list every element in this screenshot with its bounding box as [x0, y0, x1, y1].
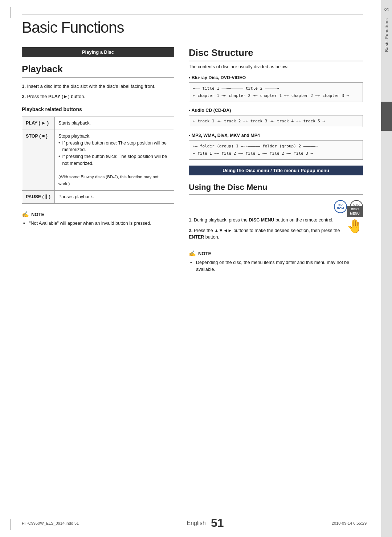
disc-menu-note-section: ✍ NOTE Depending on the disc, the menu i…: [189, 250, 363, 273]
page-number: 51: [211, 516, 224, 530]
playing-disc-header: Playing a Disc: [22, 47, 174, 57]
note-label-2: NOTE: [198, 251, 211, 256]
btn-play-desc: Starts playback.: [55, 117, 174, 130]
disc-menu-step-2: 2. Press the ▲▼◄► buttons to make the de…: [189, 227, 343, 241]
btn-stop-name: STOP ( ■ ): [22, 130, 55, 190]
left-column: Playing a Disc Playback 1. Insert a disc…: [22, 47, 174, 273]
disc-menu-header: Using the Disc menu / Title menu / Popup…: [189, 166, 363, 175]
footer-date-info: 2010-09-14 6:55:29: [332, 521, 367, 525]
side-tab-text: 04 Basic Functions: [381, 0, 392, 537]
disc-menu-step-1: 1. During playback, press the DISC MENU …: [189, 217, 343, 224]
two-column-layout: Playing a Disc Playback 1. Insert a disc…: [22, 47, 363, 273]
disc-mp3-diagram: ←— folder (group) 1 —→←————— folder (gro…: [189, 140, 363, 160]
page-title: Basic Functions: [22, 15, 363, 36]
table-row: PAUSE ( ‖ ) Pauses playback.: [22, 190, 174, 203]
step1-disc-num: 1.: [189, 217, 192, 223]
btn-play-name: PLAY ( ► ): [22, 117, 55, 130]
disc-menu-note-item: Depending on the disc, the menu items ma…: [189, 259, 363, 273]
stop-note: (With some Blu-ray discs (BD-J), this fu…: [58, 175, 158, 186]
footer-file-info: HT-C9950W_ELS_0914.indd 51: [22, 521, 79, 525]
note-item-1: "Not Available" will appear when an inva…: [22, 220, 174, 227]
playback-related-title: Playback related buttons: [22, 106, 174, 112]
bd-rom-icon: BDROM: [334, 200, 347, 213]
note-icon: ✍: [22, 211, 29, 218]
playback-title: Playback: [22, 64, 174, 78]
disc-menu-note-title: ✍ NOTE: [189, 250, 363, 257]
page-content: Basic Functions Playing a Disc Playback …: [0, 0, 381, 537]
step2-prefix: Press the: [27, 94, 48, 99]
stop-bullet-1: If pressing the button once: The stop po…: [58, 140, 170, 154]
playback-step-2: 2. Press the PLAY (►) button.: [22, 93, 174, 100]
english-label: English: [187, 520, 206, 526]
disc-mp3-label: MP3, WMA, DivX, MKV and MP4: [189, 133, 363, 138]
hand-icon: 🤚: [347, 219, 363, 234]
note-icon-2: ✍: [189, 250, 196, 257]
disc-bluray-diagram: ←—— title 1 ——→←————— title 2 —————→ ← c…: [189, 82, 363, 102]
playback-steps: 1. Insert a disc into the disc slot with…: [22, 83, 174, 100]
disc-bluray-label: Blu-ray Disc, DVD-VIDEO: [189, 75, 363, 80]
disc-menu-bold: DISC MENU: [249, 217, 274, 223]
disc-type-mp3: MP3, WMA, DivX, MKV and MP4 ←— folder (g…: [189, 133, 363, 160]
disc-menu-icons: BDROM DVDVIDEO: [189, 200, 363, 213]
enter-bold: ENTER: [189, 235, 204, 240]
btn-pause-name: PAUSE ( ‖ ): [22, 190, 55, 203]
table-row: STOP ( ■ ) Stops playback. If pressing t…: [22, 130, 174, 190]
disc-audio-diagram: ← track 1 →← track 2 →← track 3 →← track…: [189, 115, 363, 127]
step2-symbol: (►) button.: [60, 94, 85, 99]
note-title: ✍ NOTE: [22, 211, 174, 218]
step2-bold: PLAY: [48, 94, 60, 99]
playback-step-1: 1. Insert a disc into the disc slot with…: [22, 83, 174, 90]
disc-type-audio: Audio CD (CD-DA) ← track 1 →← track 2 →←…: [189, 108, 363, 127]
page-footer: HT-C9950W_ELS_0914.indd 51 English 51 20…: [0, 516, 381, 530]
note-label: NOTE: [31, 212, 44, 217]
disc-menu-title: Using the Disc Menu: [189, 183, 363, 195]
btn-pause-desc: Pauses playback.: [55, 190, 174, 203]
step2-num: 2.: [22, 94, 26, 99]
note-section: ✍ NOTE "Not Available" will appear when …: [22, 211, 174, 227]
disc-menu-steps: 1. During playback, press the DISC MENU …: [189, 217, 363, 244]
disc-structure-title: Disc Structure: [189, 47, 363, 61]
button-table: PLAY ( ► ) Starts playback. STOP ( ■ ) S…: [22, 117, 174, 204]
disc-type-bluray: Blu-ray Disc, DVD-VIDEO ←—— title 1 ——→←…: [189, 75, 363, 102]
bd-rom-label: BDROM: [337, 203, 344, 210]
step1-num: 1.: [22, 84, 26, 89]
step2-disc-num: 2.: [189, 228, 192, 233]
stop-bullet-2: If pressing the button twice: The stop p…: [58, 153, 170, 167]
btn-stop-desc: Stops playback. If pressing the button o…: [55, 130, 174, 190]
disc-structure-intro: The contents of disc are usually divided…: [189, 64, 363, 69]
right-column: Disc Structure The contents of disc are …: [189, 47, 363, 273]
side-tab-number: 04: [384, 7, 389, 12]
disc-menu-button-visual: DISCMENU: [347, 206, 363, 217]
side-tab-label: Basic Functions: [384, 18, 389, 52]
disc-audio-label: Audio CD (CD-DA): [189, 108, 363, 113]
step1-text: Insert a disc into the disc slot with th…: [27, 84, 155, 89]
table-row: PLAY ( ► ) Starts playback.: [22, 117, 174, 130]
